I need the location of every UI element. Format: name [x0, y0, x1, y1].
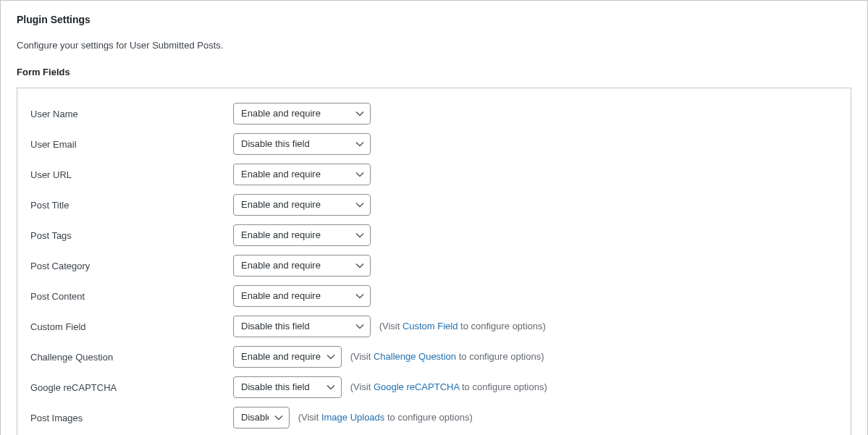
page-description: Configure your settings for User Submitt… — [17, 40, 851, 51]
row-challenge-question: Challenge Question Enable and require (V… — [30, 342, 838, 372]
label-post-content: Post Content — [30, 281, 233, 311]
select-custom-field[interactable]: Disable this field — [233, 316, 371, 337]
link-image-uploads[interactable]: Image Uploads — [321, 412, 384, 423]
row-user-name: User Name Enable and require — [30, 98, 838, 129]
select-post-images[interactable]: Disable — [233, 407, 290, 428]
note-google-recaptcha: (Visit Google reCAPTCHA to configure opt… — [350, 381, 547, 392]
label-post-category: Post Category — [30, 250, 233, 281]
select-post-category[interactable]: Enable and require — [233, 255, 371, 276]
note-custom-field: (Visit Custom Field to configure options… — [379, 321, 546, 331]
select-post-content[interactable]: Enable and require — [233, 285, 371, 307]
row-user-email: User Email Disable this field — [30, 129, 838, 159]
label-post-tags: Post Tags — [30, 220, 233, 250]
select-google-recaptcha[interactable]: Disable this field — [233, 376, 342, 398]
row-post-title: Post Title Enable and require — [30, 190, 838, 220]
form-fields-box: User Name Enable and require User Email … — [17, 88, 851, 435]
section-title: Form Fields — [17, 67, 851, 77]
link-google-recaptcha[interactable]: Google reCAPTCHA — [374, 381, 460, 392]
label-user-email: User Email — [30, 129, 233, 159]
row-post-images: Post Images Disable (Visit Image Uploads… — [30, 402, 838, 433]
page-title: Plugin Settings — [17, 14, 851, 25]
row-post-content: Post Content Enable and require — [30, 281, 838, 311]
link-custom-field[interactable]: Custom Field — [403, 321, 458, 331]
label-post-images: Post Images — [30, 402, 233, 433]
row-custom-field: Custom Field Disable this field (Visit C… — [30, 311, 838, 342]
row-post-category: Post Category Enable and require — [30, 250, 838, 281]
row-google-recaptcha: Google reCAPTCHA Disable this field (Vis… — [30, 372, 838, 402]
label-post-title: Post Title — [30, 190, 233, 220]
note-post-images: (Visit Image Uploads to configure option… — [298, 412, 473, 423]
select-post-title[interactable]: Enable and require — [233, 194, 371, 216]
select-challenge-question[interactable]: Enable and require — [233, 346, 342, 368]
label-challenge-question: Challenge Question — [30, 342, 233, 372]
select-user-email[interactable]: Disable this field — [233, 133, 371, 155]
form-fields-table: User Name Enable and require User Email … — [30, 98, 838, 433]
label-google-recaptcha: Google reCAPTCHA — [30, 372, 233, 402]
select-user-name[interactable]: Enable and require — [233, 103, 371, 124]
link-challenge-question[interactable]: Challenge Question — [374, 351, 456, 362]
settings-panel: Plugin Settings Configure your settings … — [0, 0, 868, 435]
select-user-url[interactable]: Enable and require — [233, 164, 371, 185]
label-custom-field: Custom Field — [30, 311, 233, 342]
label-user-url: User URL — [30, 159, 233, 190]
note-challenge-question: (Visit Challenge Question to configure o… — [350, 351, 544, 362]
select-post-tags[interactable]: Enable and require — [233, 224, 371, 246]
label-user-name: User Name — [30, 98, 233, 129]
row-user-url: User URL Enable and require — [30, 159, 838, 190]
row-post-tags: Post Tags Enable and require — [30, 220, 838, 250]
